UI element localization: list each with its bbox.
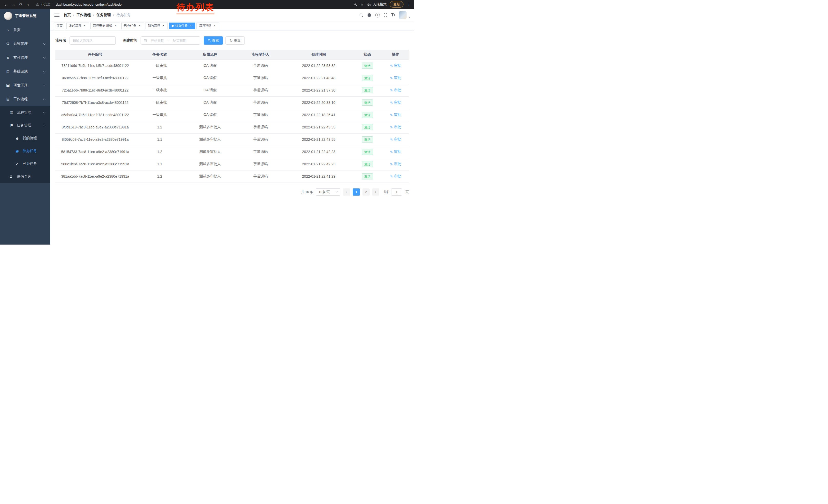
logo-image — [4, 12, 12, 20]
chevron-down-icon — [43, 42, 45, 44]
sidebar-item-home[interactable]: ◔ 首页 — [0, 23, 50, 37]
address-bar[interactable]: ⚠ 不安全 dashboard.yudao.iocoder.cn/bpm/tas… — [33, 1, 351, 8]
range-separator: - — [167, 39, 170, 43]
font-size-icon[interactable]: TT — [391, 13, 395, 17]
tab-my-process[interactable]: 我的流程 × — [145, 22, 168, 29]
cell-process: 测试多审批人 — [184, 170, 236, 183]
table-row: 73211d9d-7b9b-11ec-b5b7-acde48001122 一级审… — [55, 59, 409, 72]
search-button[interactable]: 搜索 — [204, 36, 223, 45]
breadcrumb-home[interactable]: 首页 — [64, 13, 71, 17]
tab-todo-tasks[interactable]: 待办任务 × — [169, 22, 195, 29]
cell-initiator: 芋道源码 — [236, 109, 285, 121]
sidebar-item-system-mgmt[interactable]: ⚙ 系统管理 — [0, 37, 50, 51]
tab-close-icon[interactable]: × — [189, 24, 193, 28]
approve-link[interactable]: ✎审批 — [390, 174, 401, 179]
approve-link[interactable]: ✎审批 — [390, 162, 401, 166]
approve-link[interactable]: ✎审批 — [390, 100, 401, 105]
tab-close-icon[interactable]: × — [213, 24, 216, 28]
chevron-down-icon — [43, 84, 45, 86]
status-badge: 激活 — [362, 161, 373, 167]
tab-close-icon[interactable]: × — [162, 24, 165, 28]
tab-home[interactable]: 首页 — [54, 22, 65, 29]
forward-button[interactable]: → — [10, 2, 17, 7]
sidebar-item-dev-tools[interactable]: ▣ 研发工具 — [0, 79, 50, 92]
status-badge: 激活 — [362, 87, 373, 93]
chrome-menu-icon[interactable]: ⋮ — [407, 2, 411, 7]
approve-link[interactable]: ✎审批 — [390, 125, 401, 130]
cell-task-id: 725a1eb6-7b88-11ec-8ef0-acde48001122 — [55, 84, 135, 96]
start-date-input[interactable] — [148, 39, 167, 43]
search-icon — [208, 39, 211, 42]
sidebar-item-todo-tasks[interactable]: ◉ 待办任务 — [0, 145, 50, 157]
next-page-button[interactable]: › — [372, 188, 379, 196]
sidebar-item-infrastructure[interactable]: ⊡ 基础设施 — [0, 64, 50, 79]
cell-task-name: 一级审批 — [135, 72, 184, 84]
create-time-label: 创建时间 — [123, 38, 137, 43]
back-button[interactable]: ← — [3, 2, 10, 7]
help-icon[interactable]: ? — [375, 13, 380, 17]
calendar-icon — [143, 39, 147, 42]
approve-link[interactable]: ✎审批 — [390, 112, 401, 117]
approve-link[interactable]: ✎审批 — [390, 76, 401, 80]
goto-label: 前往 — [383, 190, 390, 194]
breadcrumb-task-mgmt[interactable]: 任务管理 — [96, 13, 111, 17]
github-icon[interactable] — [367, 13, 372, 17]
process-name-input[interactable] — [70, 36, 116, 45]
sidebar-item-my-process[interactable]: ☻ 我的流程 — [0, 132, 50, 145]
sidebar-item-task-mgmt[interactable]: ⚑ 任务管理 — [0, 119, 50, 132]
edit-icon: ✎ — [390, 76, 393, 80]
approve-link[interactable]: ✎审批 — [390, 137, 401, 142]
avatar[interactable] — [399, 11, 407, 19]
person-icon — [9, 175, 14, 178]
cell-created: 2022-01-21 22:42:23 — [285, 158, 353, 170]
approve-link[interactable]: ✎审批 — [390, 149, 401, 154]
column-task-id: 任务编号 — [55, 50, 135, 59]
table-row: 8f059c03-7ac8-11ec-a9e2-a2380e71991a 1.1… — [55, 133, 409, 146]
tab-start-process[interactable]: 发起流程 × — [67, 22, 89, 29]
end-date-input[interactable] — [170, 39, 189, 43]
sidebar-item-workflow[interactable]: ⊞ 工作流程 — [0, 92, 50, 106]
reset-button[interactable]: ↻ 重置 — [225, 36, 245, 45]
bookmark-star-icon[interactable]: ☆ — [360, 2, 364, 7]
goto-page-input[interactable] — [391, 188, 402, 196]
update-button[interactable]: 更新 — [389, 1, 404, 8]
sidebar-item-process-mgmt[interactable]: ≣ 流程管理 — [0, 106, 50, 119]
sidebar-item-payment-mgmt[interactable]: ¥ 支付管理 — [0, 51, 50, 64]
breadcrumb-workflow[interactable]: 工作流程 — [76, 13, 91, 17]
cell-task-id: 58154733-7ac8-11ec-a9e2-a2380e71991a — [55, 146, 135, 158]
fullscreen-icon[interactable] — [383, 13, 387, 17]
cell-task-id: 069c6a63-7b8a-11ec-8ef0-acde48001122 — [55, 72, 135, 84]
cell-task-id: 8f0d1619-7ac8-11ec-a9e2-a2380e71991a — [55, 121, 135, 133]
date-range-picker[interactable]: - — [140, 36, 200, 45]
status-badge: 激活 — [362, 173, 373, 179]
sidebar-item-done-tasks[interactable]: ✓ 已办任务 — [0, 157, 50, 170]
sidebar-toggle[interactable] — [54, 13, 59, 17]
page-size-select[interactable]: 10条/页 — [316, 188, 340, 196]
approve-link[interactable]: ✎审批 — [390, 88, 401, 93]
home-button[interactable]: ⌂ — [24, 2, 31, 7]
edit-icon: ✎ — [390, 150, 393, 154]
avatar-caret-icon[interactable]: ▾ — [409, 16, 410, 19]
tab-process-detail[interactable]: 流程详情 × — [197, 22, 219, 29]
app-logo[interactable]: 芋道管理系统 — [0, 9, 50, 23]
sidebar-item-leave-query[interactable]: 请假查询 — [0, 170, 50, 183]
cell-task-name: 1.2 — [135, 170, 184, 183]
key-icon[interactable] — [353, 2, 357, 6]
tab-done-tasks[interactable]: 已办任务 × — [121, 22, 144, 29]
search-icon[interactable] — [359, 13, 364, 17]
tab-close-icon[interactable]: × — [114, 24, 118, 28]
prev-page-button[interactable]: ‹ — [343, 188, 350, 196]
todo-task-table: 任务编号 任务名称 所属流程 流程发起人 创建时间 状态 操作 73211d9d… — [55, 50, 409, 183]
approve-link[interactable]: ✎审批 — [390, 63, 401, 68]
cell-task-id: 381aa1dd-7ac8-11ec-a9e2-a2380e71991a — [55, 170, 135, 183]
tab-close-icon[interactable]: × — [138, 24, 141, 28]
tab-form-edit[interactable]: 流程表单-编辑 × — [90, 22, 120, 29]
cell-created: 2022-01-22 20:33:10 — [285, 96, 353, 109]
page-button-1[interactable]: 1 — [353, 188, 360, 196]
page-button-2[interactable]: 2 — [363, 188, 370, 196]
cell-process: OA 请假 — [184, 59, 236, 72]
reload-button[interactable]: ↻ — [17, 2, 24, 7]
total-count: 共 16 条 — [301, 190, 313, 194]
toolbox-icon: ▣ — [6, 83, 10, 88]
tab-close-icon[interactable]: × — [83, 24, 86, 28]
